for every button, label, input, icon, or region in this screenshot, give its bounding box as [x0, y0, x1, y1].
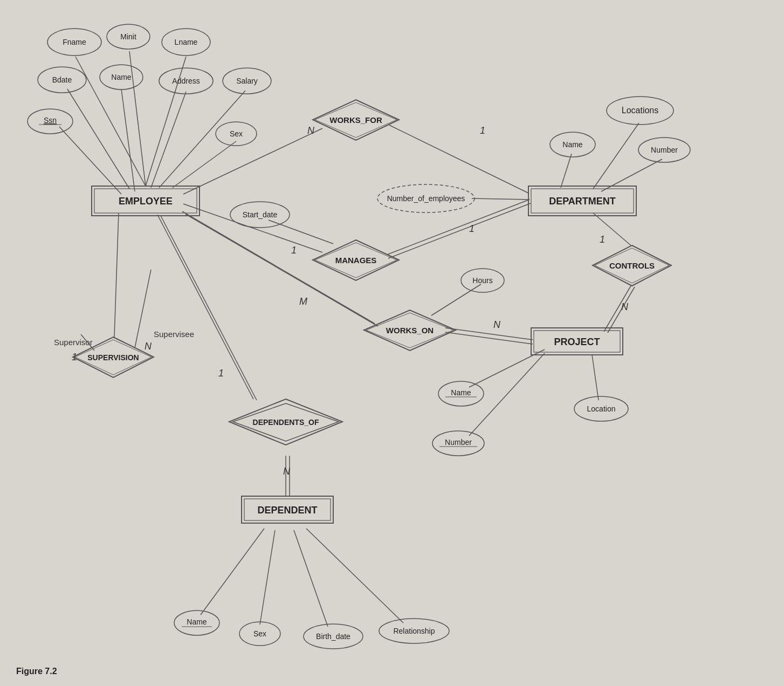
cardinality-works-on-n: N: [493, 319, 501, 330]
attr-address: Address: [172, 77, 200, 85]
figure-label: Figure 7.2: [16, 667, 57, 676]
attr-sex-dep: Sex: [253, 629, 266, 638]
rel-controls-label: CONTROLS: [609, 261, 655, 270]
attr-name-proj: Name: [451, 388, 471, 397]
cardinality-manages-1-dept: 1: [469, 223, 474, 234]
attr-hours: Hours: [472, 276, 492, 285]
rel-dependents-of-label: DEPENDENTS_OF: [253, 418, 319, 427]
cardinality-dependents-1: 1: [218, 368, 224, 379]
cardinality-works-on-m: M: [299, 296, 307, 307]
attr-start-date: Start_date: [243, 210, 278, 219]
attr-bdate: Bdate: [52, 76, 72, 84]
attr-number-dept: Number: [651, 146, 678, 154]
cardinality-works-for-1: 1: [480, 125, 485, 136]
entity-dependent-label: DEPENDENT: [257, 505, 317, 516]
attr-name-emp: Name: [111, 73, 132, 81]
rel-works-on-label: WORKS_ON: [386, 326, 434, 335]
attr-relationship: Relationship: [393, 627, 435, 635]
rel-manages-label: MANAGES: [335, 256, 377, 265]
attr-salary: Salary: [236, 77, 258, 85]
cardinality-dependents-n: N: [283, 466, 291, 477]
label-supervisee: Supervisee: [154, 330, 194, 339]
entity-project-label: PROJECT: [554, 337, 600, 347]
cardinality-controls-n: N: [621, 301, 629, 312]
attr-lname: Lname: [175, 38, 198, 46]
attr-name-dept: Name: [562, 140, 583, 149]
attr-number-proj: Number: [445, 438, 472, 447]
attr-sex-emp: Sex: [230, 129, 243, 138]
entity-employee-label: EMPLOYEE: [119, 196, 173, 207]
cardinality-manages-1-emp: 1: [291, 245, 297, 256]
attr-ssn: Ssn: [44, 116, 57, 125]
cardinality-works-for-n: N: [307, 125, 315, 136]
label-supervisor: Supervisor: [54, 338, 93, 347]
er-diagram-svg: N 1 1 1 M N 1 N Supervisor 1 Supervisee …: [0, 0, 784, 686]
entity-department-label: DEPARTMENT: [549, 196, 616, 207]
attr-location-proj: Location: [587, 404, 616, 413]
attr-name-dep: Name: [187, 618, 207, 626]
attr-birth-date: Birth_date: [316, 632, 350, 641]
rel-supervision-label: SUPERVISION: [87, 353, 139, 362]
attr-minit: Minit: [120, 32, 136, 41]
er-diagram-container: N 1 1 1 M N 1 N Supervisor 1 Supervisee …: [0, 0, 784, 686]
attr-locations: Locations: [622, 106, 659, 115]
attr-fname: Fname: [63, 38, 86, 46]
cardinality-supervision-n: N: [145, 341, 152, 352]
attr-num-employees: Number_of_employees: [387, 194, 465, 203]
rel-works-for-label: WORKS_FOR: [329, 115, 382, 125]
cardinality-controls-1: 1: [600, 234, 605, 245]
